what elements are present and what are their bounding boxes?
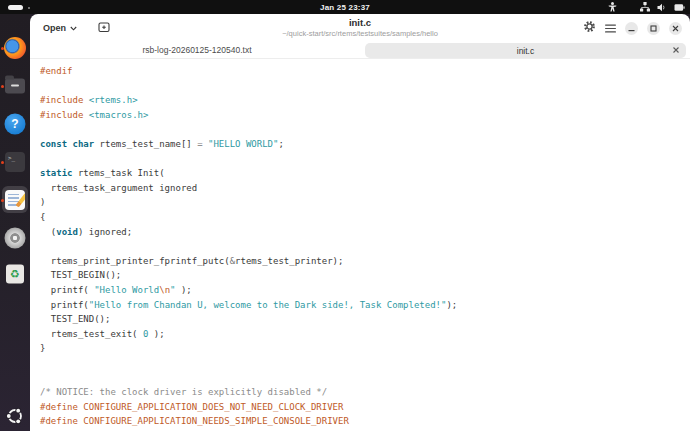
code-line: printf("Hello from Chandan U, welcome to… [40, 298, 690, 313]
code-line [40, 152, 690, 167]
menu-button[interactable] [605, 19, 616, 37]
code-line: (void) ignored; [40, 225, 690, 240]
volume-icon[interactable] [657, 3, 667, 12]
code-line [40, 122, 690, 137]
window-subtitle-path: ~/quick-start/src/rtems/testsuites/sampl… [200, 29, 520, 38]
dock-item-ubuntu-apps[interactable] [0, 404, 30, 431]
code-line: #include <rtems.h> [40, 93, 690, 108]
code-line [40, 79, 690, 94]
folder-icon [5, 79, 25, 94]
code-line: printf( "Hello World\n" ); [40, 283, 690, 298]
code-line: ) [40, 195, 690, 210]
workspace-active-pill [8, 5, 23, 10]
code-line: const char rtems_test_name[] = "HELLO WO… [40, 137, 690, 152]
dock-item-disc[interactable] [0, 224, 30, 252]
dock-item-help[interactable]: ? [0, 110, 30, 138]
code-line: rtems_print_printer_fprintf_putc(&rtems_… [40, 254, 690, 269]
settings-button[interactable] [583, 19, 596, 37]
code-line: { [40, 210, 690, 225]
new-tab-button[interactable] [98, 19, 111, 37]
tab-bar: rsb-log-20260125-120540.txt init.c [30, 42, 690, 59]
tab-init-c[interactable]: init.c [365, 43, 686, 58]
code-line: TEST_BEGIN(); [40, 268, 690, 283]
dock-item-trash[interactable]: ♻ [0, 260, 30, 288]
code-line: #endif [40, 64, 690, 79]
code-line [40, 239, 690, 254]
code-line: #include <tmacros.h> [40, 108, 690, 123]
tab-rsb-log[interactable]: rsb-log-20260125-120540.txt [30, 42, 364, 58]
restore-button[interactable] [647, 22, 660, 35]
dock-item-text-editor[interactable] [0, 186, 30, 214]
code-line [40, 356, 690, 371]
status-area[interactable] [608, 0, 685, 14]
terminal-icon: >_ [5, 152, 25, 172]
close-icon [672, 46, 680, 54]
text-editor-window: Open init.c ~/quick-start/src/rtems/test… [30, 14, 690, 431]
dock-item-terminal[interactable]: >_ [0, 148, 30, 176]
code-line: static rtems_task Init( [40, 166, 690, 181]
window-title-block: init.c ~/quick-start/src/rtems/testsuite… [200, 17, 520, 38]
code-line: } [40, 341, 690, 356]
chevron-down-icon [70, 26, 77, 31]
running-indicator [1, 85, 4, 88]
text-editor-icon [5, 190, 25, 210]
open-button[interactable]: Open [38, 20, 82, 36]
help-icon: ? [5, 114, 26, 135]
new-tab-icon [98, 21, 111, 33]
battery-icon[interactable] [674, 3, 685, 12]
close-icon [672, 25, 679, 32]
tab-label: init.c [517, 46, 534, 56]
code-line: TEST_END(); [40, 312, 690, 327]
tab-close-button[interactable] [672, 46, 680, 56]
gear-icon [583, 20, 596, 33]
code-line [40, 370, 690, 385]
minimize-icon [628, 25, 635, 32]
clock[interactable]: Jan 25 23:37 [320, 3, 370, 12]
dock-item-files[interactable] [0, 72, 30, 100]
dock-item-firefox[interactable] [0, 34, 30, 62]
restore-icon [650, 25, 657, 32]
menu-icon [605, 24, 616, 33]
running-indicator [1, 199, 4, 202]
tab-label: rsb-log-20260125-120540.txt [142, 45, 251, 55]
accessibility-icon[interactable] [608, 2, 617, 12]
code-line: #define CONFIGURE_APPLICATION_NEEDS_SIMP… [40, 414, 690, 429]
code-line: /* NOTICE: the clock driver is explicitl… [40, 385, 690, 400]
window-title: init.c [200, 17, 520, 28]
close-button[interactable] [669, 22, 682, 35]
workspace-indicator[interactable] [8, 5, 30, 10]
ubuntu-logo-icon [6, 407, 25, 430]
minimize-button[interactable] [625, 22, 638, 35]
firefox-icon [4, 37, 26, 59]
trash-icon: ♻ [6, 265, 24, 284]
code-area[interactable]: #endif #include <rtems.h>#include <tmacr… [30, 59, 690, 429]
workspace-inactive-dot [28, 7, 30, 9]
dock: ? >_ ♻ [0, 14, 30, 431]
code-line: rtems_test_exit( 0 ); [40, 327, 690, 342]
open-button-label: Open [43, 23, 66, 33]
network-icon[interactable] [640, 2, 650, 12]
disc-icon [5, 228, 26, 249]
header-bar: Open init.c ~/quick-start/src/rtems/test… [30, 14, 690, 42]
top-bar: Jan 25 23:37 [0, 0, 690, 14]
code-line: #define CONFIGURE_APPLICATION_DOES_NOT_N… [40, 400, 690, 415]
code-line: rtems_task_argument ignored [40, 181, 690, 196]
running-indicator [1, 161, 4, 164]
